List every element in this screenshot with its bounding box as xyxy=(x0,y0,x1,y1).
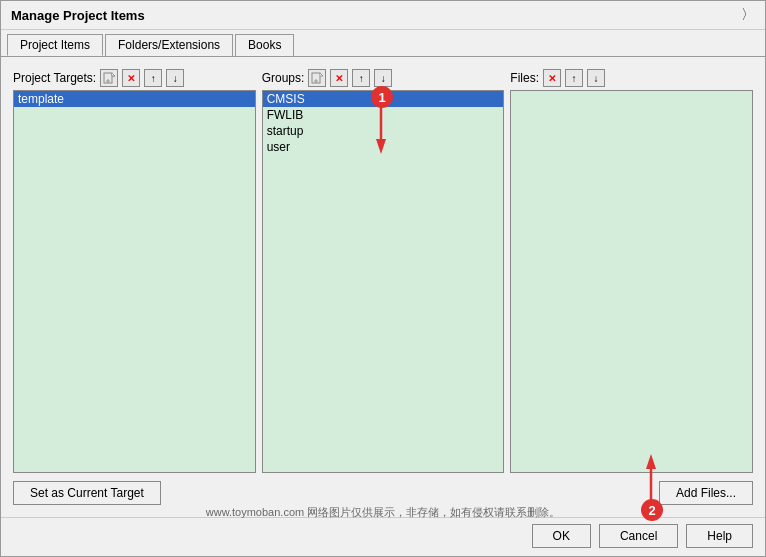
panels-row: Project Targets: ✕ ↑ xyxy=(13,69,753,473)
list-item[interactable]: CMSIS xyxy=(263,91,504,107)
groups-panel: Groups: ✕ ↑ ↓ CMSIS FWLI xyxy=(262,69,505,473)
list-item[interactable]: FWLIB xyxy=(263,107,504,123)
project-targets-list[interactable]: template xyxy=(13,90,256,473)
ok-button[interactable]: OK xyxy=(532,524,591,548)
tab-books[interactable]: Books xyxy=(235,34,294,56)
manage-project-items-dialog: Manage Project Items 〉 Project Items Fol… xyxy=(0,0,766,557)
project-targets-new-button[interactable] xyxy=(100,69,118,87)
files-header: Files: ✕ ↑ ↓ xyxy=(510,69,753,87)
files-delete-button[interactable]: ✕ xyxy=(543,69,561,87)
new-doc-icon xyxy=(103,72,115,84)
title-bar: Manage Project Items 〉 xyxy=(1,1,765,30)
close-icon[interactable]: 〉 xyxy=(741,6,755,24)
project-targets-panel: Project Targets: ✕ ↑ xyxy=(13,69,256,473)
files-down-button[interactable]: ↓ xyxy=(587,69,605,87)
groups-up-button[interactable]: ↑ xyxy=(352,69,370,87)
list-item[interactable]: template xyxy=(14,91,255,107)
project-targets-label: Project Targets: xyxy=(13,71,96,85)
bottom-row: Set as Current Target Add Files... xyxy=(13,481,753,505)
project-targets-up-button[interactable]: ↑ xyxy=(144,69,162,87)
groups-list[interactable]: CMSIS FWLIB startup user xyxy=(262,90,505,473)
tabs-bar: Project Items Folders/Extensions Books xyxy=(1,30,765,57)
files-label: Files: xyxy=(510,71,539,85)
files-panel: Files: ✕ ↑ ↓ xyxy=(510,69,753,473)
files-up-button[interactable]: ↑ xyxy=(565,69,583,87)
tab-folders-extensions[interactable]: Folders/Extensions xyxy=(105,34,233,56)
groups-new-button[interactable] xyxy=(308,69,326,87)
set-current-target-button[interactable]: Set as Current Target xyxy=(13,481,161,505)
help-button[interactable]: Help xyxy=(686,524,753,548)
new-doc-icon xyxy=(311,72,323,84)
groups-delete-button[interactable]: ✕ xyxy=(330,69,348,87)
project-targets-down-button[interactable]: ↓ xyxy=(166,69,184,87)
groups-label: Groups: xyxy=(262,71,305,85)
groups-header: Groups: ✕ ↑ ↓ xyxy=(262,69,505,87)
dialog-title: Manage Project Items xyxy=(11,8,145,23)
project-targets-header: Project Targets: ✕ ↑ xyxy=(13,69,256,87)
footer-row: OK Cancel Help xyxy=(1,517,765,556)
project-targets-delete-button[interactable]: ✕ xyxy=(122,69,140,87)
add-files-button[interactable]: Add Files... xyxy=(659,481,753,505)
content-area: Project Targets: ✕ ↑ xyxy=(1,57,765,517)
groups-down-button[interactable]: ↓ xyxy=(374,69,392,87)
files-list[interactable] xyxy=(510,90,753,473)
tab-project-items[interactable]: Project Items xyxy=(7,34,103,56)
cancel-button[interactable]: Cancel xyxy=(599,524,678,548)
list-item[interactable]: startup xyxy=(263,123,504,139)
list-item[interactable]: user xyxy=(263,139,504,155)
